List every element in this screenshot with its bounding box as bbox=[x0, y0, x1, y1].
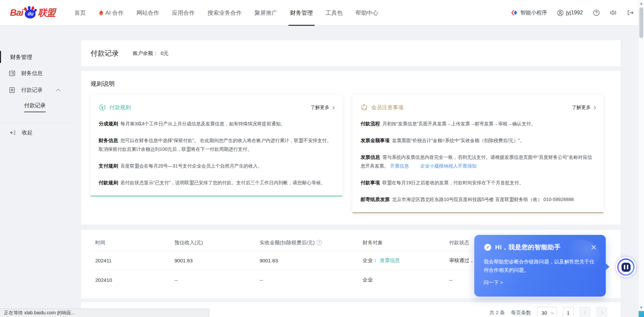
chevron-up-icon bbox=[56, 89, 60, 93]
user-account[interactable]: jyj1992 bbox=[557, 10, 583, 16]
cell-entity: 企业 bbox=[363, 277, 449, 283]
collapse-label: 收起 bbox=[22, 129, 33, 136]
help-button[interactable] bbox=[593, 9, 600, 16]
nav-label: 财务管理 bbox=[290, 9, 313, 17]
sidebar-section-finance-management[interactable]: 财务管理 bbox=[0, 50, 74, 65]
speaker-icon bbox=[610, 9, 617, 16]
nav-item-home[interactable]: 首页 bbox=[68, 0, 92, 26]
top-navigation-bar: Bai du 联盟 首页 AI 合作 网站合作 应用合作 bbox=[0, 0, 644, 26]
app-root: Bai du 联盟 首页 AI 合作 网站合作 应用合作 bbox=[0, 0, 644, 317]
nav-item-screen-promotion[interactable]: 聚屏推广 bbox=[248, 0, 284, 26]
rule-paragraph: 邮寄纸质发票北京市海淀区西北旺东路10号院百度科技园5号楼 百度联盟财务组（收）… bbox=[361, 195, 595, 204]
rule-label: 支付规则 bbox=[99, 163, 118, 169]
logo-text-du: du bbox=[24, 11, 37, 16]
page-title: 付款记录 bbox=[91, 49, 119, 58]
collapse-icon bbox=[9, 130, 16, 135]
chevron-right-icon bbox=[593, 106, 596, 109]
more-label: 了解更多 bbox=[311, 105, 329, 111]
sidebar-item-payment-record[interactable]: 付款记录 bbox=[0, 82, 74, 99]
payment-record-icon bbox=[9, 87, 15, 93]
status-text: 正在等待 xlab.baidu.com 的响应... bbox=[4, 310, 75, 316]
compass-icon bbox=[484, 243, 492, 251]
nav-item-app-cooperation[interactable]: 应用合作 bbox=[166, 0, 201, 26]
member-notes-more-link[interactable]: 了解更多 bbox=[572, 105, 595, 111]
rule-label: 分成规则 bbox=[99, 121, 118, 126]
column-header-finance-entity: 财务对象 bbox=[363, 240, 449, 246]
page-number-button[interactable]: 1 bbox=[563, 307, 574, 317]
nav-item-website-cooperation[interactable]: 网站合作 bbox=[130, 0, 166, 26]
previous-page-button[interactable] bbox=[580, 307, 590, 317]
nav-item-toolkit[interactable]: 工具包 bbox=[319, 0, 349, 26]
nav-label: 应用合作 bbox=[172, 9, 195, 17]
close-icon[interactable] bbox=[591, 245, 596, 250]
sidebar-item-finance-info[interactable]: 财务信息 bbox=[0, 65, 74, 82]
next-page-button[interactable] bbox=[596, 307, 607, 317]
flame-icon bbox=[99, 10, 104, 16]
account-balance-value: 0元 bbox=[161, 50, 168, 57]
assistant-popup: Hi，我是您的智能助手 我会帮助您诊断合作链路问题，以及解答您关于任何合作相关的… bbox=[474, 235, 606, 297]
sidebar-subitem-label: 付款记录 bbox=[24, 102, 46, 112]
entity-label: 企业： bbox=[363, 257, 378, 264]
cell-time: 202410 bbox=[95, 277, 174, 283]
baidu-union-logo[interactable]: Bai du 联盟 bbox=[10, 6, 55, 19]
topbar-right-group: 智能小程序 jyj1992 bbox=[511, 9, 634, 16]
sidebar-collapse-button[interactable]: 收起 bbox=[0, 123, 74, 142]
invoice-info-row-link[interactable]: 发票信息 bbox=[380, 257, 400, 264]
main-nav: 首页 AI 合作 网站合作 应用合作 搜索业务合作 聚屏推广 财务管理 bbox=[68, 0, 385, 26]
chevron-down-icon bbox=[551, 311, 554, 314]
rule-label: 发票金额事项 bbox=[361, 138, 390, 143]
help-icon bbox=[593, 9, 600, 16]
sidebar-subitem-payment-record[interactable]: 付款记录 bbox=[0, 99, 74, 116]
rule-label: 付款规则 bbox=[99, 180, 118, 185]
column-header-estimated-income: 预估收入(元) bbox=[174, 240, 260, 246]
rule-text: 联盟在每月19日之后签收的发票，付款时间安排在下个月首批支付。 bbox=[382, 180, 524, 185]
invoice-info-link[interactable]: 开票信息 bbox=[390, 163, 409, 169]
account-balance-label: 账户余额： bbox=[133, 50, 158, 57]
sidebar-item-label: 付款记录 bbox=[21, 87, 43, 94]
rule-label: 付款流程 bbox=[361, 121, 380, 126]
payment-rules-card: 付款规则 了解更多 分成规则每月第3或4个工作日产出上月分成信息及发票信息，如有… bbox=[91, 95, 342, 196]
cell-time: 202411 bbox=[95, 258, 174, 263]
sidebar-item-label: 财务信息 bbox=[21, 70, 43, 77]
ask-now-link[interactable]: 问一下 > bbox=[484, 279, 503, 286]
total-count-label: 共 2 条 bbox=[489, 307, 505, 317]
rules-section: 规则说明 付款规则 了解更多 分成规则每月第3或4个工作日产 bbox=[81, 71, 621, 225]
rule-paragraph: 付款规则若付款状态显示“已支付”，说明联盟已安排了您的付款。支付后三个工作日内到… bbox=[99, 178, 334, 187]
baidu-paw-icon: du bbox=[24, 6, 37, 19]
nav-item-finance-management[interactable]: 财务管理 bbox=[284, 0, 319, 26]
scroll-up-arrow-icon[interactable] bbox=[640, 2, 643, 5]
column-header-actual-amount: 实收金额(扣除税费后/元) ? bbox=[260, 240, 363, 246]
vertical-scrollbar[interactable] bbox=[638, 0, 644, 317]
rule-paragraph: 支付规则百度联盟会在每月20号—31号支付企业会员上个自然月产生的收入。 bbox=[99, 162, 334, 170]
rule-text: 每月第3或4个工作日产出上月分成信息及发票信息，如有特殊情况将提前通知。 bbox=[120, 121, 285, 126]
small-taxpayer-guide-link[interactable]: 企业小规模纳税人开票须知 bbox=[420, 163, 477, 169]
rule-label: 财务信息 bbox=[99, 138, 118, 143]
per-page-select[interactable]: 30 bbox=[537, 307, 557, 317]
nav-item-search-business[interactable]: 搜索业务合作 bbox=[201, 0, 248, 26]
scrollbar-corner-widget bbox=[639, 311, 644, 317]
user-icon bbox=[557, 10, 564, 16]
rule-label: 付款事项 bbox=[361, 180, 380, 185]
assistant-fab-button[interactable] bbox=[616, 257, 636, 277]
scroll-down-arrow-icon[interactable] bbox=[640, 307, 643, 309]
chevron-left-icon bbox=[584, 311, 587, 314]
rule-label: 邮寄纸质发票 bbox=[361, 197, 390, 202]
rule-paragraph: 分成规则每月第3或4个工作日产出上月分成信息及发票信息，如有特殊情况将提前通知。 bbox=[99, 119, 334, 128]
chevron-right-icon bbox=[331, 106, 335, 109]
popup-arrow bbox=[605, 263, 609, 270]
sound-button[interactable] bbox=[610, 9, 617, 16]
smart-miniprogram-link[interactable]: 智能小程序 bbox=[511, 9, 547, 16]
nav-item-ai-cooperation[interactable]: AI 合作 bbox=[92, 0, 130, 26]
info-icon[interactable]: ? bbox=[317, 240, 322, 245]
rule-paragraph: 发票信息需与系统内发票信息内容完全一致，否则无法支付。请根据发票信息页面中“百度… bbox=[361, 153, 595, 170]
nav-item-help-center[interactable]: 帮助中心 bbox=[349, 0, 385, 26]
logo-text-union: 联盟 bbox=[38, 7, 55, 19]
cell-entity: 企业： 发票信息 bbox=[363, 257, 449, 264]
scrollbar-thumb[interactable] bbox=[639, 7, 643, 38]
payment-rules-more-link[interactable]: 了解更多 bbox=[311, 105, 334, 111]
fab-ring bbox=[617, 258, 635, 276]
rule-paragraph: 付款流程月初按“发票信息”页面开具发票→上传发票→邮寄发票→审核→确认支付。 bbox=[361, 119, 595, 128]
logout-button[interactable] bbox=[627, 9, 634, 16]
rule-text: 若付款状态显示“已支付”，说明联盟已安排了您的付款。支付后三个工作日内到帐，请您… bbox=[120, 180, 325, 185]
nav-label: AI 合作 bbox=[105, 9, 124, 17]
